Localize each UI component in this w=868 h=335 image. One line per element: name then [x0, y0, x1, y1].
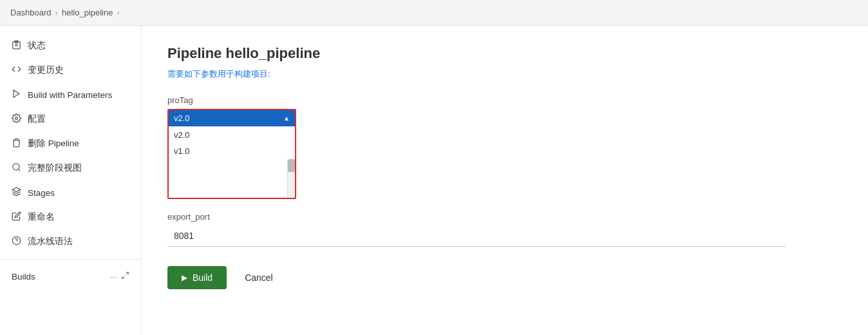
page-title: Pipeline hello_pipeline — [167, 45, 842, 62]
sidebar-item-stages[interactable]: Stages — [0, 180, 141, 205]
sidebar-item-status[interactable]: 状态 — [0, 34, 141, 58]
builds-expand-icon[interactable] — [121, 271, 129, 282]
sidebar-item-full-stage-view[interactable]: 完整阶段视图 — [0, 156, 141, 180]
build-button-label: Build — [193, 273, 212, 283]
builds-header: Builds ··· — [0, 265, 141, 288]
sidebar-item-delete-pipeline-label: 删除 Pipeline — [28, 138, 79, 149]
sidebar-item-pipeline-syntax[interactable]: 流水线语法 — [0, 229, 141, 254]
svg-point-6 — [13, 164, 19, 170]
main-layout: 状态 变更历史 Build with Parameters 配置 删除 Pipe — [0, 26, 868, 334]
protag-option-v1[interactable]: v1.0 — [169, 143, 295, 159]
builds-more-icon[interactable]: ··· — [110, 272, 117, 282]
edit-icon — [12, 211, 21, 223]
breadcrumb-sep-2: › — [117, 8, 119, 17]
sidebar-item-status-label: 状态 — [28, 40, 46, 52]
svg-line-12 — [122, 276, 125, 279]
content-area: Pipeline hello_pipeline 需要如下参数用于构建项目: pr… — [142, 26, 868, 334]
form-group-export-port: export_port 8081 — [167, 212, 842, 247]
dropdown-arrow-icon: ▲ — [283, 115, 290, 122]
svg-marker-8 — [12, 187, 21, 191]
sidebar-item-build-with-parameters-label: Build with Parameters — [28, 90, 112, 100]
cancel-button-label: Cancel — [245, 273, 273, 283]
sidebar-item-rename-label: 重命名 — [28, 211, 55, 223]
play-icon — [12, 89, 21, 100]
page-subtitle: 需要如下参数用于构建项目: — [167, 68, 842, 80]
help-icon — [12, 236, 21, 247]
sidebar-builds-section: Builds ··· — [0, 259, 141, 288]
breadcrumb-sep-1: › — [55, 8, 58, 17]
sidebar-item-rename[interactable]: 重命名 — [0, 205, 141, 229]
sidebar-item-config-label: 配置 — [28, 113, 46, 125]
breadcrumb: Dashboard › hello_pipeline › — [0, 0, 868, 26]
builds-label: Builds — [12, 272, 35, 282]
svg-marker-4 — [14, 90, 19, 97]
sidebar-item-config[interactable]: 配置 — [0, 107, 141, 131]
code-icon — [12, 64, 21, 76]
dropdown-spacer — [169, 159, 295, 198]
builds-actions: ··· — [110, 271, 129, 282]
build-button[interactable]: ▶ Build — [167, 266, 227, 289]
sidebar-item-pipeline-syntax-label: 流水线语法 — [28, 236, 73, 247]
breadcrumb-dashboard[interactable]: Dashboard — [10, 8, 52, 17]
sidebar-item-build-with-parameters[interactable]: Build with Parameters — [0, 82, 141, 107]
protag-label: proTag — [167, 95, 842, 105]
sidebar-item-stages-label: Stages — [28, 188, 55, 198]
protag-selected[interactable]: v2.0 ▲ — [169, 110, 295, 126]
export-port-label: export_port — [167, 212, 842, 222]
svg-line-11 — [126, 273, 129, 275]
sidebar: 状态 变更历史 Build with Parameters 配置 删除 Pipe — [0, 26, 142, 334]
sidebar-item-full-stage-view-label: 完整阶段视图 — [28, 162, 82, 174]
search-icon — [12, 162, 21, 174]
sidebar-item-change-history-label: 变更历史 — [28, 64, 64, 76]
form-group-protag: proTag v2.0 ▲ v2.0 v1.0 — [167, 95, 842, 199]
form-buttons: ▶ Build Cancel — [167, 266, 842, 289]
svg-point-5 — [15, 117, 18, 120]
build-play-icon: ▶ — [182, 273, 187, 282]
export-port-input[interactable]: 8081 — [167, 225, 786, 247]
clipboard-icon — [12, 40, 21, 52]
dropdown-scrollbar[interactable] — [287, 159, 295, 198]
sidebar-item-delete-pipeline[interactable]: 删除 Pipeline — [0, 131, 141, 156]
trash-icon — [12, 138, 21, 149]
sidebar-item-change-history[interactable]: 变更历史 — [0, 58, 141, 82]
gear-icon — [12, 113, 21, 125]
cancel-button[interactable]: Cancel — [234, 266, 283, 289]
protag-options: v2.0 v1.0 — [169, 126, 295, 198]
protag-dropdown[interactable]: v2.0 ▲ v2.0 v1.0 — [167, 109, 296, 199]
dropdown-scrollbar-thumb — [288, 159, 295, 172]
svg-line-7 — [18, 169, 20, 171]
protag-option-v2[interactable]: v2.0 — [169, 127, 295, 143]
layers-icon — [12, 187, 21, 198]
protag-selected-value: v2.0 — [174, 113, 190, 123]
breadcrumb-pipeline[interactable]: hello_pipeline — [62, 8, 113, 17]
